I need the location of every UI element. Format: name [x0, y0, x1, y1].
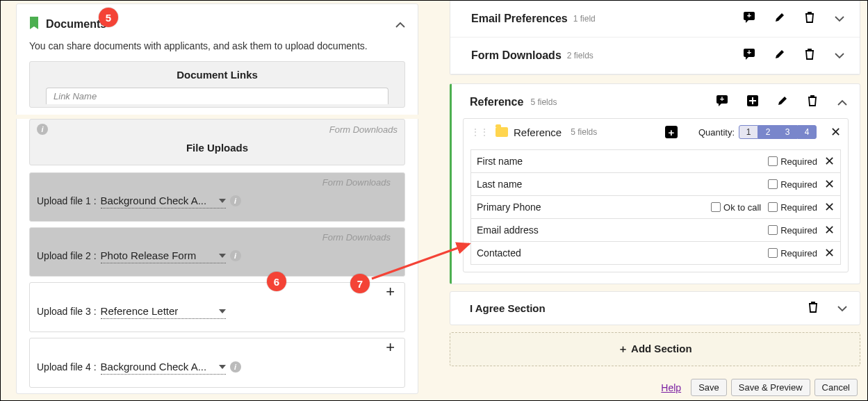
- chevron-down-icon[interactable]: [833, 13, 846, 25]
- reference-header[interactable]: Reference 5 fields +: [452, 84, 860, 118]
- remove-field-icon[interactable]: ✕: [824, 245, 835, 261]
- field-row: Primary Phone Ok to call Required ✕: [471, 195, 840, 218]
- quantity-option[interactable]: 2: [758, 125, 778, 139]
- reference-inner-title: Reference: [514, 126, 562, 138]
- plus-icon: ＋: [618, 343, 631, 354]
- quantity-label: Quantity:: [698, 127, 735, 138]
- remove-field-icon[interactable]: ✕: [824, 222, 835, 238]
- info-icon[interactable]: i: [37, 124, 48, 135]
- ok-to-call-checkbox[interactable]: Ok to call: [711, 202, 761, 213]
- checkbox-icon: [768, 225, 778, 235]
- info-icon[interactable]: i: [230, 361, 241, 373]
- quantity-option[interactable]: 1: [739, 125, 758, 139]
- drag-handle-icon[interactable]: ⋮⋮: [470, 126, 489, 138]
- documents-card: Documents 5 You can share documents with…: [16, 3, 418, 394]
- form-downloads-tag: Form Downloads: [322, 229, 398, 244]
- required-checkbox[interactable]: Required: [768, 156, 817, 167]
- footer-buttons: Help Save Save & Preview Cancel: [443, 373, 867, 401]
- upload-block: Form Downloads Upload file 2 : Photo Rel…: [29, 227, 405, 277]
- section-field-count: 1 field: [573, 14, 596, 24]
- i-agree-section[interactable]: I Agree Section: [450, 291, 860, 325]
- section-row[interactable]: Email Preferences 1 field +: [450, 1, 860, 37]
- info-icon[interactable]: i: [230, 195, 241, 206]
- quantity-option[interactable]: 3: [778, 125, 797, 139]
- documents-title: Documents: [46, 18, 106, 31]
- checkbox-icon: [711, 202, 721, 212]
- field-name: First name: [477, 156, 768, 167]
- form-downloads-tag: Form Downloads: [322, 174, 398, 189]
- remove-field-icon[interactable]: ✕: [824, 154, 835, 169]
- upload-label: Upload file 1 :: [37, 195, 97, 206]
- svg-text:+: +: [747, 49, 751, 56]
- reference-field-table: First name Required ✕ Last name Required…: [470, 149, 841, 265]
- help-link[interactable]: Help: [661, 382, 681, 393]
- upload-select-value: Photo Release Form: [101, 249, 215, 261]
- upload-label: Upload file 4 :: [37, 361, 97, 373]
- upload-select[interactable]: Photo Release Form: [101, 248, 226, 263]
- delete-icon[interactable]: [803, 49, 816, 63]
- required-checkbox[interactable]: Required: [768, 248, 817, 259]
- chevron-up-icon[interactable]: [395, 18, 405, 31]
- cancel-button[interactable]: Cancel: [814, 379, 858, 396]
- comment-add-icon[interactable]: +: [716, 95, 729, 108]
- chevron-down-icon[interactable]: [837, 303, 847, 314]
- close-icon[interactable]: ✕: [830, 124, 841, 140]
- upload-select[interactable]: Background Check A...: [101, 193, 226, 208]
- delete-icon[interactable]: [808, 302, 818, 315]
- top-sections-card: Email Preferences 1 field + Form Downloa…: [450, 1, 860, 75]
- link-name-input[interactable]: Link Name: [46, 88, 388, 104]
- section-field-count: 2 fields: [567, 51, 593, 60]
- document-links-subsection: Document Links Link Name: [29, 61, 405, 108]
- edit-icon[interactable]: [773, 49, 786, 63]
- bookmark-icon: [29, 17, 39, 32]
- save-preview-button[interactable]: Save & Preview: [731, 379, 810, 396]
- chevron-down-icon[interactable]: [833, 49, 846, 62]
- comment-add-icon[interactable]: +: [744, 12, 756, 26]
- upload-label: Upload file 2 :: [37, 250, 97, 261]
- edit-icon[interactable]: [776, 95, 789, 108]
- delete-icon[interactable]: [803, 12, 816, 26]
- reference-inner-card: ⋮⋮ Reference 5 fields + Quantity: 1234 ✕…: [463, 118, 849, 272]
- add-section-button[interactable]: ＋ Add Section: [450, 332, 860, 366]
- dropdown-icon: [219, 199, 226, 203]
- field-name: Contacted: [477, 247, 768, 259]
- section-row[interactable]: Form Downloads 2 fields +: [450, 38, 860, 74]
- field-name: Primary Phone: [477, 202, 711, 213]
- section-title: Email Preferences: [471, 13, 568, 25]
- required-checkbox[interactable]: Required: [768, 202, 817, 213]
- chevron-up-icon[interactable]: [836, 97, 849, 108]
- required-checkbox[interactable]: Required: [768, 179, 817, 190]
- edit-icon[interactable]: [773, 12, 786, 26]
- add-upload-button[interactable]: +: [383, 284, 398, 300]
- documents-description: You can share documents with applicants,…: [17, 36, 418, 61]
- document-links-heading: Document Links: [30, 62, 404, 88]
- add-upload-button[interactable]: +: [383, 340, 398, 355]
- quantity-selector: Quantity: 1234: [698, 125, 817, 139]
- info-icon[interactable]: i: [230, 250, 241, 261]
- checkbox-icon: [768, 156, 778, 166]
- comment-add-icon[interactable]: +: [744, 49, 756, 63]
- upload-select[interactable]: Background Check A...: [101, 359, 226, 375]
- upload-select[interactable]: Reference Letter: [101, 304, 226, 319]
- remove-field-icon[interactable]: ✕: [824, 177, 835, 192]
- inner-add-button[interactable]: +: [665, 126, 678, 138]
- field-row: Contacted Required ✕: [471, 241, 840, 264]
- field-row: First name Required ✕: [471, 150, 840, 172]
- svg-text:+: +: [747, 12, 751, 19]
- upload-select-value: Background Check A...: [101, 195, 215, 206]
- dropdown-icon: [219, 365, 226, 369]
- checkbox-icon: [768, 179, 778, 189]
- reference-toolbar: +: [716, 95, 849, 108]
- documents-header[interactable]: Documents: [17, 4, 418, 36]
- reference-section: Reference 5 fields + ⋮⋮ Reference 5 fiel…: [450, 83, 860, 284]
- file-uploads-heading: File Uploads: [30, 135, 404, 161]
- form-downloads-tag: Form Downloads: [329, 124, 398, 135]
- save-button[interactable]: Save: [691, 379, 727, 396]
- add-icon[interactable]: [746, 95, 759, 108]
- delete-icon[interactable]: [806, 95, 819, 108]
- remove-field-icon[interactable]: ✕: [824, 199, 835, 215]
- reference-inner-count: 5 fields: [571, 127, 597, 137]
- required-checkbox[interactable]: Required: [768, 225, 817, 236]
- upload-block: + Upload file 4 : Background Check A... …: [29, 338, 405, 388]
- quantity-option[interactable]: 4: [797, 125, 817, 139]
